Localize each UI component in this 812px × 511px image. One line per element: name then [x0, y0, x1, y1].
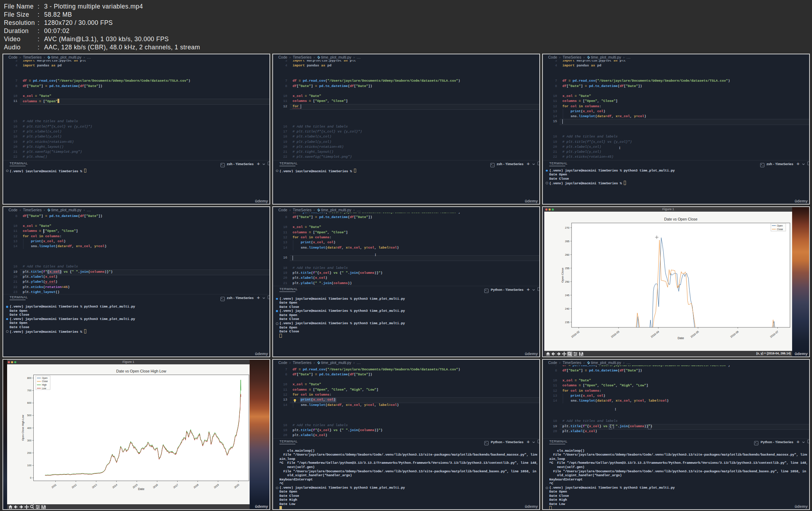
svg-text:2012: 2012	[71, 483, 77, 489]
svg-text:2016-07: 2016-07	[769, 330, 779, 338]
svg-text:2016-02: 2016-02	[571, 330, 580, 338]
svg-text:265: 265	[565, 240, 570, 243]
svg-text:2017: 2017	[173, 483, 179, 489]
svg-text:255: 255	[565, 267, 570, 270]
svg-text:300: 300	[27, 439, 31, 442]
svg-text:Close: Close	[42, 380, 48, 382]
svg-text:2018: 2018	[193, 483, 199, 489]
svg-text:Date: Date	[138, 487, 145, 491]
svg-text:Date: Date	[677, 336, 684, 340]
svg-text:Low: Low	[42, 387, 46, 390]
svg-text:2020: 2020	[233, 483, 240, 489]
svg-text:400: 400	[27, 426, 31, 430]
svg-text:2015: 2015	[132, 483, 138, 489]
svg-text:270: 270	[565, 226, 570, 229]
svg-text:0: 0	[30, 476, 31, 479]
svg-text:240: 240	[565, 307, 570, 310]
svg-text:Open Close: Open Close	[561, 267, 564, 283]
svg-text:2016: 2016	[152, 483, 159, 489]
svg-text:Open: Open	[777, 224, 783, 227]
svg-text:260: 260	[565, 253, 570, 256]
svg-text:High: High	[42, 384, 47, 386]
svg-text:2013: 2013	[91, 483, 98, 489]
svg-text:2016-05: 2016-05	[690, 330, 699, 338]
svg-text:235: 235	[565, 321, 570, 324]
svg-text:500: 500	[27, 414, 31, 417]
svg-text:200: 200	[27, 451, 31, 455]
svg-text:2016-06: 2016-06	[730, 330, 739, 338]
svg-text:2016-03: 2016-03	[610, 330, 620, 338]
svg-text:2016-04: 2016-04	[650, 330, 660, 338]
svg-text:700: 700	[27, 389, 31, 392]
svg-text:2011: 2011	[51, 483, 57, 489]
svg-text:Date vs Open Close: Date vs Open Close	[664, 217, 697, 221]
svg-text:600: 600	[27, 401, 31, 404]
svg-text:2014: 2014	[111, 483, 118, 489]
svg-text:800: 800	[27, 376, 31, 380]
svg-text:100: 100	[27, 464, 31, 467]
svg-text:Close: Close	[777, 228, 783, 230]
svg-text:Open: Open	[42, 377, 48, 380]
svg-text:2019: 2019	[213, 483, 219, 489]
svg-text:Date vs Open Close High Low: Date vs Open Close High Low	[116, 369, 166, 373]
svg-text:245: 245	[565, 294, 570, 297]
svg-text:Open Close High Low: Open Close High Low	[21, 415, 24, 441]
svg-text:250: 250	[565, 280, 570, 283]
